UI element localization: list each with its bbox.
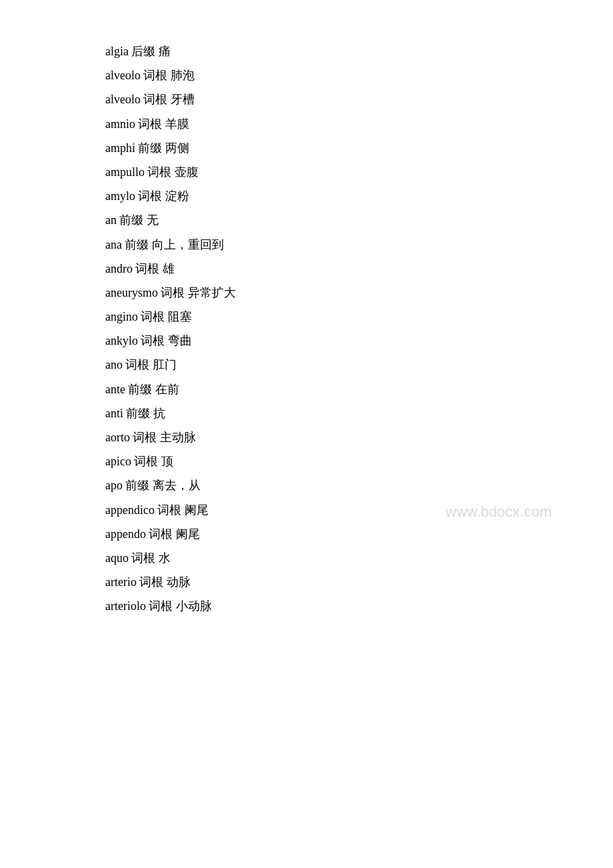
list-item: appendo 词根 阑尾	[105, 523, 508, 545]
list-item: aquo 词根 水	[105, 547, 508, 569]
list-item: aorto 词根 主动脉	[105, 426, 508, 449]
list-item: ampullo 词根 壶腹	[105, 161, 508, 183]
list-item: arteriolo 词根 小动脉	[105, 595, 508, 617]
list-item: amylo 词根 淀粉	[105, 185, 508, 207]
list-item: angino 词根 阻塞	[105, 305, 508, 328]
list-item: amnio 词根 羊膜	[105, 113, 508, 135]
list-item: ankylo 词根 弯曲	[105, 329, 508, 352]
list-item: arterio 词根 动脉	[105, 571, 508, 593]
page-content: algia 后缀 痛alveolo 词根 肺泡alveolo 词根 牙槽amni…	[0, 0, 613, 659]
list-item: apo 前缀 离去，从	[105, 474, 508, 497]
list-item: ante 前缀 在前	[105, 378, 508, 401]
list-item: algia 后缀 痛	[105, 40, 508, 63]
list-item: amphi 前缀 两侧	[105, 137, 508, 159]
list-item: apico 词根 顶	[105, 450, 508, 473]
list-item: an 前缀 无	[105, 209, 508, 231]
list-item: appendico 词根 阑尾	[105, 499, 508, 521]
list-item: ana 前缀 向上，重回到	[105, 233, 508, 256]
list-item: ano 词根 肛门	[105, 353, 508, 376]
list-item: aneurysmo 词根 异常扩大	[105, 281, 508, 304]
list-item: anti 前缀 抗	[105, 402, 508, 425]
list-item: alveolo 词根 牙槽	[105, 88, 508, 111]
list-item: andro 词根 雄	[105, 257, 508, 280]
list-item: alveolo 词根 肺泡	[105, 64, 508, 87]
